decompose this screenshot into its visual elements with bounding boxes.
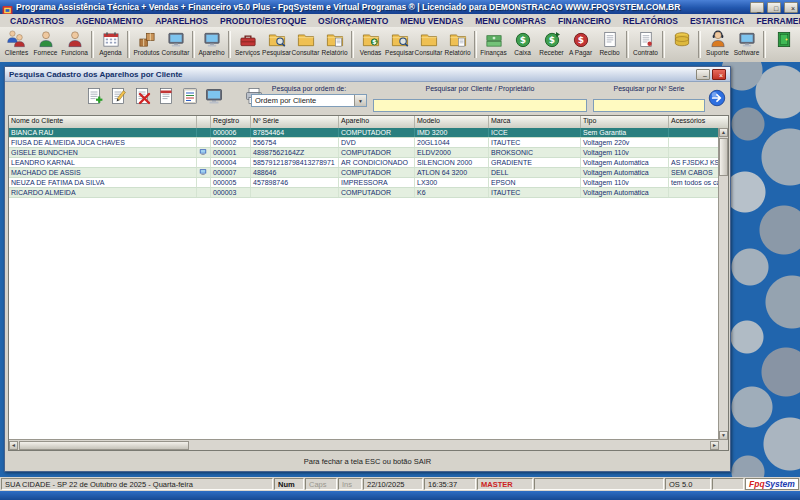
- toolbar-button-coins-icon[interactable]: [667, 29, 696, 61]
- menu-item-menu-compras[interactable]: MENU COMPRAS: [469, 16, 552, 26]
- grid-header-cell[interactable]: [197, 116, 211, 128]
- table-row[interactable]: BIANCA RAU00000687854464COMPUTADORIMD 32…: [9, 128, 719, 138]
- grid-header-cell[interactable]: Aparelho: [339, 116, 415, 128]
- scroll-down-icon[interactable]: ▼: [719, 431, 728, 440]
- report-button[interactable]: [155, 86, 177, 108]
- delete-record-button[interactable]: [131, 86, 153, 108]
- scroll-right-icon[interactable]: ►: [710, 441, 719, 450]
- toolbar-button-label: Relatório: [321, 49, 347, 56]
- horizontal-scroll-thumb[interactable]: [19, 441, 189, 450]
- toolbar-button-receber[interactable]: $Receber: [537, 29, 566, 61]
- vertical-scroll-thumb[interactable]: [719, 138, 728, 176]
- toolbar-button-finan-as[interactable]: Finanças: [479, 29, 508, 61]
- maximize-button[interactable]: □: [767, 2, 781, 13]
- support-icon: [708, 30, 728, 50]
- menu-item-estatistica[interactable]: ESTATISTICA: [684, 16, 750, 26]
- dialog-close-button[interactable]: ×: [712, 69, 726, 80]
- menu-item-produto-estoque[interactable]: PRODUTO/ESTOQUE: [214, 16, 312, 26]
- toolbar-button-agenda[interactable]: Agenda: [96, 29, 125, 61]
- status-panel-caps: Caps: [305, 478, 337, 490]
- toolbar-button-contrato[interactable]: Contrato: [631, 29, 660, 61]
- table-row[interactable]: RICARDO ALMEIDA000003COMPUTADORK6ITAUTEC…: [9, 188, 719, 198]
- toolbar-button-exit-icon[interactable]: [769, 29, 798, 61]
- toolbar-button-consultar[interactable]: Consultar: [414, 29, 443, 61]
- serie-search-group: Pesquisar por Nº Serie: [593, 85, 705, 112]
- toolbar-button-label: Finanças: [480, 49, 506, 56]
- toolbar-button-funciona[interactable]: Funciona: [60, 29, 89, 61]
- device-small-button[interactable]: [203, 86, 225, 108]
- dialog-minimize-button[interactable]: –: [696, 69, 710, 80]
- order-select[interactable]: Ordem por Cliente ▼: [251, 94, 367, 107]
- chevron-down-icon[interactable]: ▼: [354, 95, 366, 106]
- serie-search-input[interactable]: [593, 99, 705, 112]
- grid-header-cell[interactable]: Registro: [211, 116, 251, 128]
- grid-header-cell[interactable]: Tipo: [581, 116, 669, 128]
- grid-header-cell[interactable]: Nº Série: [251, 116, 339, 128]
- client-search-input[interactable]: [373, 99, 587, 112]
- device-mini-icon: [197, 128, 211, 137]
- client-search-group: Pesquisar por Cliente / Proprietário: [373, 85, 587, 112]
- toolbar-button-vendas[interactable]: $Vendas: [356, 29, 385, 61]
- toolbar-button-a-pagar[interactable]: $A Pagar: [566, 29, 595, 61]
- horizontal-scrollbar[interactable]: ◄ ►: [9, 439, 719, 450]
- toolbar-button-software[interactable]: Software: [732, 29, 761, 61]
- scroll-left-icon[interactable]: ◄: [9, 441, 18, 450]
- folder-report-icon: [448, 30, 468, 50]
- menu-item-menu-vendas[interactable]: MENU VENDAS: [394, 16, 469, 26]
- scroll-up-icon[interactable]: ▲: [719, 128, 728, 137]
- table-row[interactable]: MACHADO DE ASSIS000007488646COMPUTADORAT…: [9, 168, 719, 178]
- grid-cell: GISELE BUNDCHEN: [9, 148, 197, 157]
- toolbar-button-relat-rio[interactable]: Relatório: [320, 29, 349, 61]
- toolbar-button-suporte[interactable]: Suporte: [703, 29, 732, 61]
- toolbar-button-relat-rio[interactable]: Relatório: [443, 29, 472, 61]
- menu-item-aparelhos[interactable]: APARELHOS: [149, 16, 214, 26]
- menu-item-os-or-amento[interactable]: OS/ORÇAMENTO: [312, 16, 394, 26]
- toolbar-button-label: Consultar: [162, 49, 190, 56]
- status-panel-22-10-2025: 22/10/2025: [363, 478, 423, 490]
- toolbar-button-servi-os[interactable]: Serviços: [233, 29, 262, 61]
- table-row[interactable]: NEUZA DE FATIMA DA SILVA000005457898746I…: [9, 178, 719, 188]
- new-record-button[interactable]: [83, 86, 105, 108]
- grid-header-cell[interactable]: Nome do Cliente: [9, 116, 197, 128]
- toolbar-button-recibo[interactable]: Recibo: [595, 29, 624, 61]
- vertical-scrollbar[interactable]: ▲ ▼: [718, 128, 728, 440]
- minimize-button[interactable]: _: [750, 2, 764, 13]
- grid-header-cell[interactable]: Marca: [489, 116, 581, 128]
- table-row[interactable]: GISELE BUNDCHEN00000148987562164ZZCOMPUT…: [9, 148, 719, 158]
- toolbar-button-fornece[interactable]: Fornece: [31, 29, 60, 61]
- menu-item-ferramentas[interactable]: FERRAMENTAS: [750, 16, 800, 26]
- toolbar-button-consultar[interactable]: Consultar: [161, 29, 190, 61]
- menu-item-relat-rios[interactable]: RELATÓRIOS: [617, 16, 684, 26]
- receive-icon: $: [542, 30, 562, 50]
- toolbar-button-label: Contrato: [633, 49, 658, 56]
- edit-record-button[interactable]: [107, 86, 129, 108]
- grid-cell: tem todos os cab: [669, 178, 719, 187]
- grid-cell: 000006: [211, 128, 251, 137]
- toolbar-button-consultar[interactable]: Consultar: [291, 29, 320, 61]
- go-arrow-icon: [708, 95, 726, 110]
- toolbar-button-caixa[interactable]: $Caixa: [508, 29, 537, 61]
- grid-cell: NEUZA DE FATIMA DA SILVA: [9, 178, 197, 187]
- toolbar-button-aparelho[interactable]: Aparelho: [197, 29, 226, 61]
- search-go-button[interactable]: [708, 89, 726, 107]
- menu-item-cadastros[interactable]: CADASTROS: [4, 16, 70, 26]
- close-button[interactable]: ×: [784, 2, 798, 13]
- grid-header-cell[interactable]: Modelo: [415, 116, 489, 128]
- grid-cell: AS FJSDKJ KSA: [669, 158, 719, 167]
- grid-cell: [669, 148, 719, 157]
- toolbar-button-pesquisar[interactable]: Pesquisar: [262, 29, 291, 61]
- grid-header-cell[interactable]: Acessórios: [669, 116, 728, 128]
- menu-item-financeiro[interactable]: FINANCEIRO: [552, 16, 617, 26]
- list-button[interactable]: [179, 86, 201, 108]
- results-grid: Nome do ClienteRegistroNº SérieAparelhoM…: [8, 115, 729, 451]
- table-row[interactable]: LEANDRO KARNAL00000458579121879841327897…: [9, 158, 719, 168]
- table-row[interactable]: FIUSA DE ALMEIDA JUCA CHAVES000002556754…: [9, 138, 719, 148]
- grid-cell: Sem Garantia: [581, 128, 669, 137]
- menu-item-agendamento[interactable]: AGENDAMENTO: [70, 16, 149, 26]
- grid-cell: 457898746: [251, 178, 339, 187]
- grid-cell: FIUSA DE ALMEIDA JUCA CHAVES: [9, 138, 197, 147]
- toolbar-button-clientes[interactable]: Clientes: [2, 29, 31, 61]
- logo-part2: System: [765, 479, 795, 489]
- toolbar-button-produtos[interactable]: Produtos: [132, 29, 161, 61]
- toolbar-button-pesquisar[interactable]: Pesquisar: [385, 29, 414, 61]
